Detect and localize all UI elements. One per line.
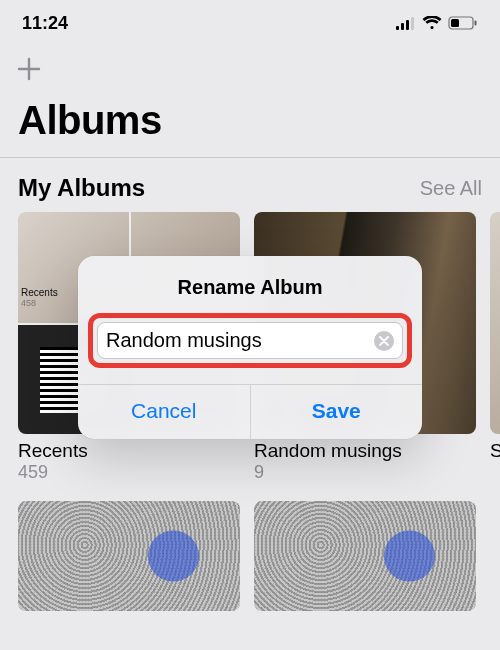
wifi-icon <box>422 16 442 30</box>
album-thumbnail <box>490 212 500 434</box>
svg-rect-0 <box>396 26 399 30</box>
save-button[interactable]: Save <box>251 385 423 439</box>
dialog-input-highlight <box>88 313 412 368</box>
album-card-partial[interactable]: S <box>490 212 500 483</box>
page-title: Albums <box>0 84 500 157</box>
svg-rect-6 <box>475 21 477 26</box>
divider <box>0 157 500 158</box>
section-header: My Albums See All <box>0 168 500 212</box>
toolbar <box>0 46 500 84</box>
cancel-button[interactable]: Cancel <box>78 385 251 439</box>
albums-row-2 <box>0 483 500 611</box>
album-thumbnail[interactable] <box>18 501 240 611</box>
album-name: Random musings <box>254 440 476 462</box>
battery-icon <box>448 16 478 30</box>
album-count: 459 <box>18 462 240 483</box>
cellular-icon <box>396 17 416 30</box>
svg-rect-5 <box>451 19 459 27</box>
clear-input-button[interactable] <box>374 331 394 351</box>
status-right <box>396 16 478 30</box>
see-all-button[interactable]: See All <box>420 177 482 200</box>
mini-label: Recents <box>21 287 58 298</box>
svg-rect-1 <box>401 23 404 30</box>
add-album-button[interactable] <box>14 54 44 84</box>
dialog-title: Rename Album <box>78 256 422 313</box>
status-bar: 11:24 <box>0 0 500 46</box>
svg-rect-2 <box>406 20 409 30</box>
dialog-input-container <box>97 322 403 359</box>
album-thumbnail[interactable] <box>254 501 476 611</box>
mini-count: 458 <box>21 298 58 308</box>
dialog-buttons: Cancel Save <box>78 384 422 439</box>
svg-rect-3 <box>411 17 414 30</box>
album-name: Recents <box>18 440 240 462</box>
album-count: 9 <box>254 462 476 483</box>
album-name: S <box>490 440 500 462</box>
album-name-input[interactable] <box>106 329 374 352</box>
close-icon <box>379 336 389 346</box>
section-title: My Albums <box>18 174 145 202</box>
status-time: 11:24 <box>22 13 68 34</box>
rename-album-dialog: Rename Album Cancel Save <box>78 256 422 439</box>
